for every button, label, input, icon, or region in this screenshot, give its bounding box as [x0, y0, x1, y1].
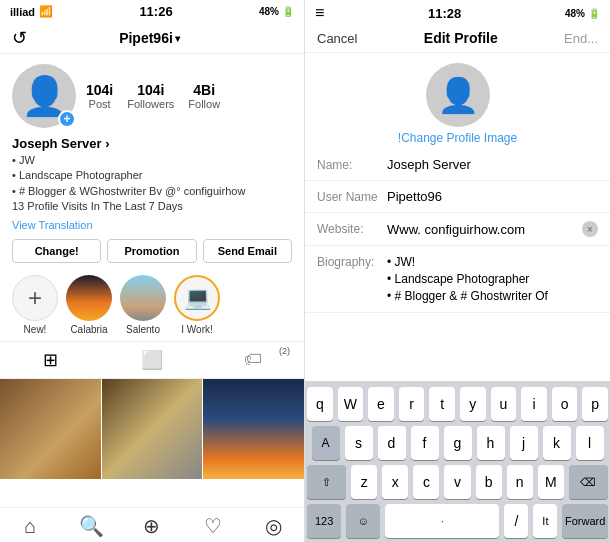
key-b[interactable]: b [476, 465, 502, 499]
photo-cell-2[interactable] [102, 379, 203, 480]
key-x[interactable]: x [382, 465, 408, 499]
key-d[interactable]: d [378, 426, 406, 460]
view-translation-link[interactable]: View Translation [0, 217, 304, 233]
key-w[interactable]: W [338, 387, 364, 421]
key-k[interactable]: k [543, 426, 571, 460]
profile-name: Joseph Server › [0, 134, 304, 151]
search-icon: 🔍 [79, 514, 104, 538]
story-item-calabria[interactable]: Calabria [66, 275, 112, 335]
key-g[interactable]: g [444, 426, 472, 460]
bottom-profile[interactable]: ◎ [243, 514, 304, 538]
stat-followers-number: 104i [137, 82, 164, 98]
username-value[interactable]: Pipetto96 [387, 189, 598, 204]
username-nav[interactable]: Pipet96i ▾ [119, 30, 180, 46]
tab-tagged[interactable]: 🏷 (2) [203, 342, 304, 378]
back-icon[interactable]: ↺ [12, 27, 27, 49]
name-value[interactable]: Joseph Server [387, 157, 598, 172]
carrier-label: illiad [10, 6, 35, 18]
wifi-icon: 📶 [39, 5, 53, 18]
key-f[interactable]: f [411, 426, 439, 460]
key-q[interactable]: q [307, 387, 333, 421]
photo-cell-3[interactable] [203, 379, 304, 480]
story-item-new[interactable]: + New! [12, 275, 58, 335]
done-button[interactable]: End... [564, 31, 598, 46]
tag-icon: 🏷 [244, 349, 262, 370]
key-z[interactable]: z [351, 465, 377, 499]
stat-following-number: 4Bi [193, 82, 215, 98]
story-item-salento[interactable]: Salento [120, 275, 166, 335]
bottom-search[interactable]: 🔍 [61, 514, 122, 538]
key-slash[interactable]: / [504, 504, 528, 538]
story-new-label: New! [24, 324, 47, 335]
key-n[interactable]: n [507, 465, 533, 499]
key-emoji[interactable]: ☺ [346, 504, 380, 538]
profile-buttons: Change! Promotion Send Email [0, 233, 304, 269]
key-h[interactable]: h [477, 426, 505, 460]
bio-line-1: • JW [12, 153, 292, 168]
website-value[interactable]: Www. configuirhow.com [387, 222, 582, 237]
edit-avatar-silhouette: 👤 [437, 75, 479, 115]
key-p[interactable]: p [582, 387, 608, 421]
keyboard-row-3: ⇧ z x c v b n M ⌫ [307, 465, 608, 499]
hamburger-icon: ≡ [315, 4, 324, 22]
key-space[interactable]: · [385, 504, 499, 538]
send-email-button[interactable]: Send Email [203, 239, 292, 263]
stat-following: 4Bi Follow [188, 82, 220, 110]
story-item-iwork[interactable]: 💻 I Work! [174, 275, 220, 335]
promotion-button[interactable]: Promotion [107, 239, 196, 263]
change-button[interactable]: Change! [12, 239, 101, 263]
home-icon: ⌂ [24, 515, 36, 538]
avatar-wrap: 👤 + [12, 64, 76, 128]
tab-badge: (2) [279, 346, 290, 356]
edit-form: Name: Joseph Server User Name Pipetto96 … [305, 149, 610, 381]
key-t[interactable]: t [429, 387, 455, 421]
bottom-likes[interactable]: ♡ [182, 514, 243, 538]
stat-following-label: Follow [188, 98, 220, 110]
key-e[interactable]: e [368, 387, 394, 421]
key-a[interactable]: A [312, 426, 340, 460]
key-u[interactable]: u [491, 387, 517, 421]
right-battery-icon: 🔋 [588, 8, 600, 19]
key-v[interactable]: v [444, 465, 470, 499]
story-calabria-circle [66, 275, 112, 321]
website-field: Website: Www. configuirhow.com × [305, 213, 610, 246]
key-o[interactable]: o [552, 387, 578, 421]
photo-cell-1[interactable] [0, 379, 101, 480]
left-panel: illiad 📶 11:26 48% 🔋 ↺ Pipet96i ▾ 👤 + 10… [0, 0, 305, 542]
key-s[interactable]: s [345, 426, 373, 460]
chevron-down-icon: ▾ [175, 33, 180, 44]
story-salento-label: Salento [126, 324, 160, 335]
key-numbers[interactable]: 123 [307, 504, 341, 538]
bio-value[interactable]: • JW! • Landscape Photographer • # Blogg… [387, 254, 598, 304]
key-r[interactable]: r [399, 387, 425, 421]
story-row: + New! Calabria Salento 💻 I Work! [0, 269, 304, 341]
key-it[interactable]: It [533, 504, 557, 538]
key-y[interactable]: y [460, 387, 486, 421]
add-story-button[interactable]: + [58, 110, 76, 128]
key-l[interactable]: l [576, 426, 604, 460]
key-shift[interactable]: ⇧ [307, 465, 346, 499]
verified-icon: › [105, 136, 109, 151]
cancel-button[interactable]: Cancel [317, 31, 357, 46]
name-text: Joseph Server [12, 136, 102, 151]
key-delete[interactable]: ⌫ [569, 465, 608, 499]
bottom-add[interactable]: ⊕ [122, 514, 183, 538]
tab-grid[interactable]: ⊞ [0, 342, 101, 378]
key-i[interactable]: i [521, 387, 547, 421]
website-label: Website: [317, 221, 387, 236]
left-top-nav: ↺ Pipet96i ▾ [0, 23, 304, 54]
tab-list[interactable]: ⬜ [101, 342, 202, 378]
bottom-home[interactable]: ⌂ [0, 514, 61, 538]
stat-followers: 104i Followers [127, 82, 174, 110]
key-c[interactable]: c [413, 465, 439, 499]
change-photo-button[interactable]: !Change Profile Image [398, 131, 517, 145]
profile-header: 👤 + 104i Post 104i Followers 4Bi Follow [0, 54, 304, 134]
list-icon: ⬜ [141, 349, 163, 371]
key-m[interactable]: M [538, 465, 564, 499]
website-clear-button[interactable]: × [582, 221, 598, 237]
profile-icon: ◎ [265, 514, 282, 538]
website-row: Www. configuirhow.com × [387, 221, 598, 237]
add-icon: ⊕ [143, 514, 160, 538]
key-forward[interactable]: Forward [562, 504, 608, 538]
key-j[interactable]: j [510, 426, 538, 460]
